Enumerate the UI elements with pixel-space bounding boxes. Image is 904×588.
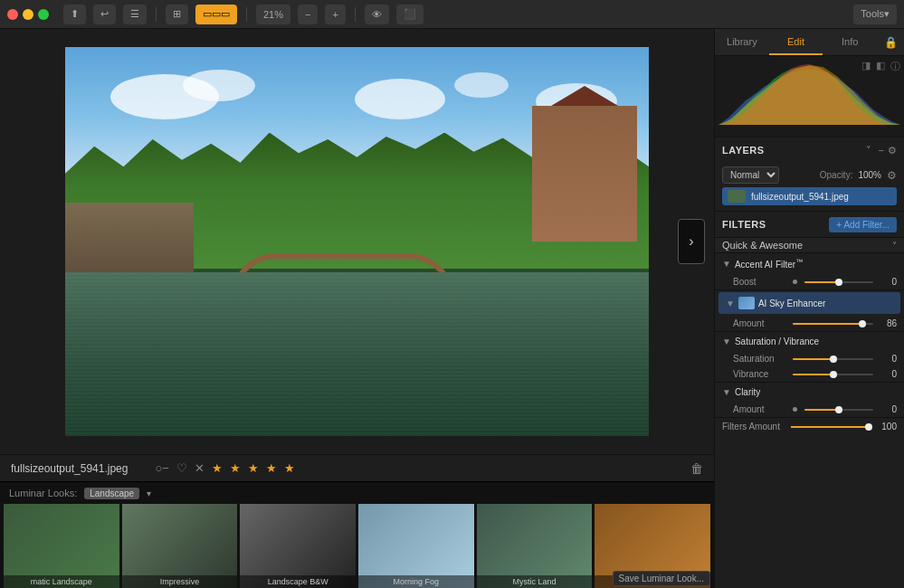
vibrance-slider[interactable] <box>793 374 873 375</box>
film-label-4: Morning Fog <box>358 575 474 588</box>
film-item-3[interactable]: Landscape B&W <box>240 504 356 588</box>
filters-amount-label: Filters Amount <box>722 422 785 432</box>
film-item-4[interactable]: Morning Fog <box>358 504 474 588</box>
star-4[interactable]: ★ <box>266 461 277 475</box>
layer-gear-icon[interactable]: ⚙ <box>887 169 897 182</box>
heart-icon[interactable]: ♡ <box>176 461 187 475</box>
saturation-thumb[interactable] <box>830 356 837 363</box>
star-5[interactable]: ★ <box>284 461 295 475</box>
boost-thumb[interactable] <box>835 279 842 286</box>
view-button[interactable]: ⊞ <box>166 5 188 24</box>
film-item-1[interactable]: matic Landscape <box>4 504 119 588</box>
next-arrow[interactable]: › <box>678 219 705 264</box>
filters-amount-slider[interactable] <box>791 426 869 428</box>
eye-button[interactable]: 👁 <box>365 5 389 24</box>
zoom-out[interactable]: − <box>298 5 318 24</box>
center-panel: › fullsizeoutput_5941.jpeg ○− ♡ ✕ ★ ★ ★ … <box>0 29 714 588</box>
photo-building-right <box>532 106 637 242</box>
sat-vib-name: Saturation / Vibrance <box>735 337 897 346</box>
zoom-in[interactable]: + <box>325 5 345 24</box>
quick-awesome-row: Quick & Awesome ˅ <box>715 238 904 253</box>
lock-icon: 🔒 <box>884 36 898 49</box>
image-area: › <box>0 29 714 454</box>
reject-icon[interactable]: ✕ <box>195 461 205 475</box>
clarity-thumb[interactable] <box>835 406 842 413</box>
layer-controls: Normal Opacity: 100% ⚙ fullsizeoutput_59… <box>715 163 904 211</box>
history-button[interactable]: ↩ <box>93 5 116 24</box>
film-item-2[interactable]: Impressive <box>122 504 238 588</box>
ai-sky-name: AI Sky Enhancer <box>758 299 893 308</box>
upload-button[interactable]: ⬆ <box>63 5 86 24</box>
blend-mode-select[interactable]: Normal <box>722 166 779 184</box>
single-view-button[interactable]: ▭▭▭ <box>195 5 237 24</box>
close-button[interactable] <box>7 9 18 20</box>
layer-mode-row: Normal Opacity: 100% ⚙ <box>722 166 897 184</box>
vibrance-fill <box>793 374 833 375</box>
film-item-5[interactable]: Mystic Land <box>477 504 593 588</box>
histogram-alert-right[interactable]: ◧ <box>876 60 885 73</box>
vibrance-thumb[interactable] <box>830 371 837 378</box>
boost-slider[interactable] <box>804 281 873 283</box>
sky-thumb <box>738 297 755 309</box>
saturation-slider[interactable] <box>793 358 873 360</box>
ai-sky-header[interactable]: ▼ AI Sky Enhancer <box>718 292 900 314</box>
tab-edit[interactable]: Edit <box>769 29 823 55</box>
boost-value: 0 <box>879 277 897 287</box>
sat-vib-header[interactable]: ▼ Saturation / Vibrance <box>715 332 904 351</box>
sky-amount-thumb[interactable] <box>859 320 866 327</box>
separator <box>156 7 157 22</box>
lock-icon-area: 🔒 <box>877 29 904 55</box>
star-1[interactable]: ★ <box>212 461 223 475</box>
film-label-1: matic Landscape <box>4 575 119 588</box>
vibrance-label: Vibrance <box>733 369 787 379</box>
quick-awesome-label: Quick & Awesome <box>722 240 892 251</box>
clarity-slider[interactable] <box>804 409 873 411</box>
filters-header: FILTERS + Add Filter... <box>715 212 904 237</box>
tab-library[interactable]: Library <box>715 29 769 55</box>
compare-button[interactable]: ⬛ <box>396 5 423 24</box>
svg-marker-3 <box>718 65 900 125</box>
opacity-label: Opacity: <box>820 170 853 180</box>
tab-info[interactable]: Info <box>823 29 877 55</box>
filters-amount-thumb[interactable] <box>865 423 872 431</box>
sky-amount-value: 86 <box>879 318 897 328</box>
accent-boost-row: Boost 0 <box>715 274 904 289</box>
save-looks-button[interactable]: Save Luminar Look... <box>613 571 711 586</box>
layers-minus[interactable]: − <box>879 145 884 156</box>
histogram-info[interactable]: ⓘ <box>890 60 900 73</box>
clarity-amount-row: Amount 0 <box>715 402 904 417</box>
layers-header[interactable]: LAYERS ˅ − ⚙ <box>715 138 904 163</box>
clarity-amount-label: Amount <box>733 404 787 414</box>
clarity-collapse-icon: ▼ <box>722 387 731 397</box>
filters-amount-fill <box>791 426 869 428</box>
zoom-selector[interactable]: 21% <box>256 5 290 24</box>
film-label-5: Mystic Land <box>477 575 593 588</box>
filmstrip-header: Luminar Looks: Landscape ▾ <box>0 482 714 504</box>
looks-filter-badge[interactable]: Landscape <box>84 488 139 499</box>
layers-gear[interactable]: ⚙ <box>888 145 897 156</box>
trash-icon[interactable]: 🗑 <box>690 461 703 476</box>
star-3[interactable]: ★ <box>248 461 259 475</box>
separator2 <box>246 7 247 22</box>
maximize-button[interactable] <box>38 9 49 20</box>
looks-dropdown-arrow[interactable]: ▾ <box>147 488 151 498</box>
add-filter-button[interactable]: + Add Filter... <box>829 217 897 232</box>
layer-name: fullsizeoutput_5941.jpeg <box>751 192 891 202</box>
filename-label: fullsizeoutput_5941.jpeg <box>11 462 128 475</box>
layer-item[interactable]: fullsizeoutput_5941.jpeg <box>722 187 897 205</box>
tools-menu[interactable]: Tools▾ <box>853 5 897 24</box>
circle-icon[interactable]: ○− <box>155 461 168 475</box>
layer-thumbnail <box>728 190 746 203</box>
star-2[interactable]: ★ <box>230 461 241 475</box>
opacity-value: 100% <box>858 170 881 180</box>
sky-collapse-icon: ▼ <box>726 299 735 308</box>
histogram-alert-left[interactable]: ◨ <box>861 60 871 73</box>
clarity-header[interactable]: ▼ Clarity <box>715 383 904 402</box>
sky-amount-slider[interactable] <box>793 323 873 325</box>
cloud <box>454 72 509 98</box>
accent-ai-header[interactable]: ▼ Accent AI Filter™ <box>715 253 904 274</box>
quick-awesome-arrow[interactable]: ˅ <box>892 241 897 251</box>
minimize-button[interactable] <box>23 9 33 20</box>
window-controls <box>7 9 49 20</box>
list-button[interactable]: ☰ <box>123 5 147 24</box>
